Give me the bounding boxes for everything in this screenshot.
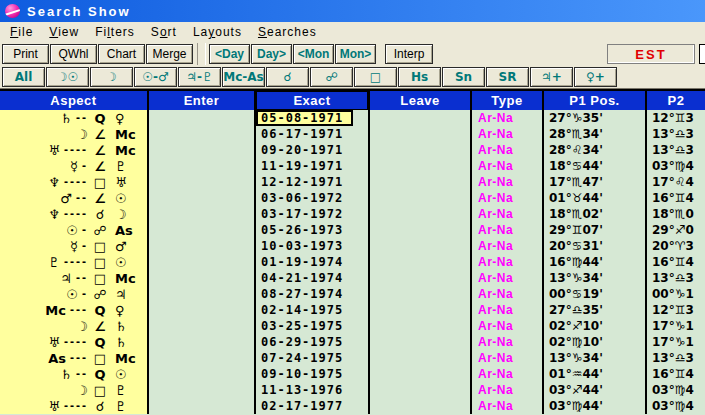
aspect-cell[interactable]: ☽∠Mc xyxy=(0,126,149,142)
exact-cell[interactable]: 03-25-1975 xyxy=(256,318,370,334)
p2-pos-cell[interactable]: 00°♑1 xyxy=(647,286,705,302)
enter-cell[interactable] xyxy=(149,270,256,286)
filter-jupiter-pluto-button[interactable]: ♃-♇ xyxy=(178,67,221,87)
enter-cell[interactable] xyxy=(149,190,256,206)
p1-pos-cell[interactable]: 03°♍44' xyxy=(544,398,647,414)
leave-cell[interactable] xyxy=(370,286,472,302)
prev-month-button[interactable]: <Mon xyxy=(293,44,334,64)
type-cell[interactable]: Ar-Na xyxy=(472,302,544,318)
filter-moon-sun-button[interactable]: ☽☉ xyxy=(46,67,89,87)
exact-cell[interactable]: 04-21-1974 xyxy=(256,270,370,286)
exact-cell[interactable]: 05-08-1971 xyxy=(256,110,370,126)
merge-button[interactable]: Merge xyxy=(146,44,193,64)
enter-cell[interactable] xyxy=(149,174,256,190)
type-cell[interactable]: Ar-Na xyxy=(472,206,544,222)
type-cell[interactable]: Ar-Na xyxy=(472,254,544,270)
enter-cell[interactable] xyxy=(149,286,256,302)
exact-cell[interactable]: 03-06-1972 xyxy=(256,190,370,206)
aspect-cell[interactable]: ♇----□☉ xyxy=(0,254,149,270)
p2-pos-cell[interactable]: 12°♊3 xyxy=(647,110,705,126)
prev-day-button[interactable]: <Day xyxy=(209,44,250,64)
p1-pos-cell[interactable]: 01°♒44' xyxy=(544,366,647,382)
enter-cell[interactable] xyxy=(149,302,256,318)
p1-pos-cell[interactable]: 17°♏47' xyxy=(544,174,647,190)
p1-pos-cell[interactable]: 18°♏02' xyxy=(544,206,647,222)
p2-pos-cell[interactable]: 17°♌4 xyxy=(647,174,705,190)
exact-cell[interactable]: 12-12-1971 xyxy=(256,174,370,190)
type-cell[interactable]: Ar-Na xyxy=(472,222,544,238)
type-cell[interactable]: Ar-Na xyxy=(472,270,544,286)
exact-cell[interactable]: 02-17-1977 xyxy=(256,398,370,414)
filter-sr-button[interactable]: SR xyxy=(486,67,529,87)
interp-button[interactable]: Interp xyxy=(385,44,433,64)
p1-pos-cell[interactable]: 27°♑35' xyxy=(544,110,647,126)
leave-cell[interactable] xyxy=(370,366,472,382)
p1-pos-cell[interactable]: 02°♐10' xyxy=(544,318,647,334)
aspect-cell[interactable]: As---□Mc xyxy=(0,350,149,366)
menu-item-searches[interactable]: Searches xyxy=(250,23,325,41)
leave-cell[interactable] xyxy=(370,110,472,126)
aspect-cell[interactable]: Mc---Q♀ xyxy=(0,302,149,318)
type-cell[interactable]: Ar-Na xyxy=(472,286,544,302)
filter-moon-button[interactable]: ☽ xyxy=(90,67,133,87)
type-cell[interactable]: Ar-Na xyxy=(472,334,544,350)
aspect-cell[interactable]: ☿-□♂ xyxy=(0,238,149,254)
enter-cell[interactable] xyxy=(149,318,256,334)
p2-pos-cell[interactable]: 18°♏0 xyxy=(647,206,705,222)
enter-cell[interactable] xyxy=(149,126,256,142)
enter-cell[interactable] xyxy=(149,158,256,174)
p2-pos-cell[interactable]: 20°♈3 xyxy=(647,238,705,254)
p1-pos-cell[interactable]: 29°♊07' xyxy=(544,222,647,238)
type-cell[interactable]: Ar-Na xyxy=(472,126,544,142)
chart-button[interactable]: Chart xyxy=(98,44,145,64)
exact-cell[interactable]: 10-03-1973 xyxy=(256,238,370,254)
p1-pos-cell[interactable]: 13°♑34' xyxy=(544,350,647,366)
leave-cell[interactable] xyxy=(370,318,472,334)
aspect-cell[interactable]: ♅----Q♄ xyxy=(0,334,149,350)
p1-pos-cell[interactable]: 01°♉44' xyxy=(544,190,647,206)
filter-square-button[interactable]: □ xyxy=(354,67,397,87)
p2-pos-cell[interactable]: 13°♎3 xyxy=(647,350,705,366)
type-cell[interactable]: Ar-Na xyxy=(472,238,544,254)
aspect-cell[interactable]: ♆----□♅ xyxy=(0,174,149,190)
enter-cell[interactable] xyxy=(149,334,256,350)
type-cell[interactable]: Ar-Na xyxy=(472,174,544,190)
exact-cell[interactable]: 11-19-1971 xyxy=(256,158,370,174)
aspect-cell[interactable]: ♆----☌☽ xyxy=(0,206,149,222)
leave-cell[interactable] xyxy=(370,190,472,206)
aspect-cell[interactable]: ☽∠♄ xyxy=(0,318,149,334)
exact-cell[interactable]: 08-27-1974 xyxy=(256,286,370,302)
filter-hs-button[interactable]: Hs xyxy=(398,67,441,87)
next-day-button[interactable]: Day> xyxy=(251,44,292,64)
p2-pos-cell[interactable]: 13°♎3 xyxy=(647,270,705,286)
menu-item-file[interactable]: File xyxy=(2,23,41,41)
p1-pos-cell[interactable]: 18°♋44' xyxy=(544,158,647,174)
p1-pos-cell[interactable]: 27°♎35' xyxy=(544,302,647,318)
filter-sn-button[interactable]: Sn xyxy=(442,67,485,87)
enter-cell[interactable] xyxy=(149,254,256,270)
p1-pos-cell[interactable]: 00°♋19' xyxy=(544,286,647,302)
exact-cell[interactable]: 06-17-1971 xyxy=(256,126,370,142)
leave-cell[interactable] xyxy=(370,302,472,318)
aspect-cell[interactable]: ♃--□Mc xyxy=(0,270,149,286)
enter-cell[interactable] xyxy=(149,398,256,414)
enter-cell[interactable] xyxy=(149,366,256,382)
type-cell[interactable]: Ar-Na xyxy=(472,350,544,366)
filter-mc-as-button[interactable]: Mc-As xyxy=(222,67,265,87)
p2-pos-cell[interactable]: 17°♑1 xyxy=(647,334,705,350)
leave-cell[interactable] xyxy=(370,142,472,158)
exact-cell[interactable]: 01-19-1974 xyxy=(256,254,370,270)
p1-pos-cell[interactable]: 03°♐44' xyxy=(544,382,647,398)
p2-pos-cell[interactable]: 16°♊4 xyxy=(647,190,705,206)
leave-cell[interactable] xyxy=(370,174,472,190)
filter-opposition-button[interactable]: ☍ xyxy=(310,67,353,87)
filter-all-button[interactable]: All xyxy=(2,67,45,87)
p2-pos-cell[interactable]: 29°♐0 xyxy=(647,222,705,238)
type-cell[interactable]: Ar-Na xyxy=(472,366,544,382)
exact-cell[interactable]: 02-14-1975 xyxy=(256,302,370,318)
type-cell[interactable]: Ar-Na xyxy=(472,382,544,398)
type-cell[interactable]: Ar-Na xyxy=(472,318,544,334)
menu-item-sort[interactable]: Sort xyxy=(143,23,185,41)
exact-cell[interactable]: 11-13-1976 xyxy=(256,382,370,398)
p2-pos-cell[interactable]: 03°♍4 xyxy=(647,398,705,414)
